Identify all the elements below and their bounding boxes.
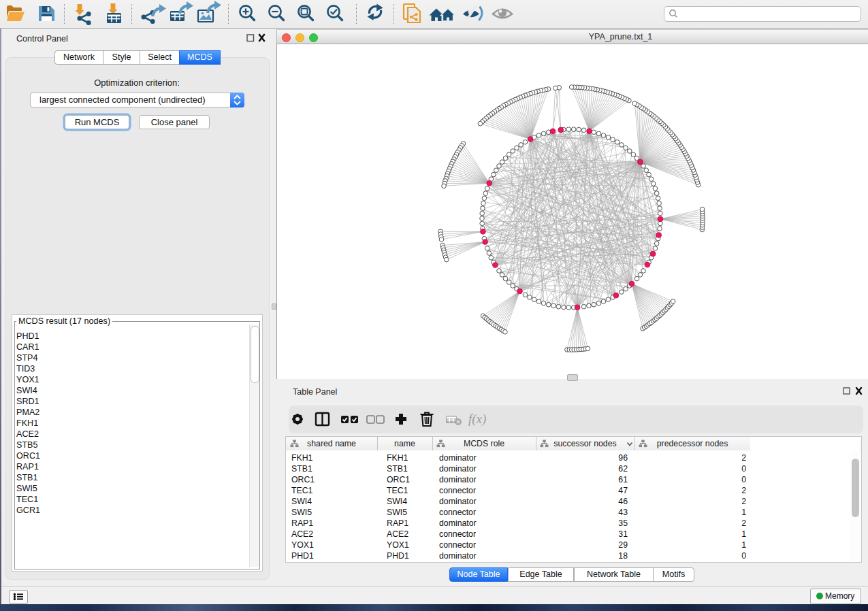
svg-text:f(x): f(x) (468, 412, 486, 427)
